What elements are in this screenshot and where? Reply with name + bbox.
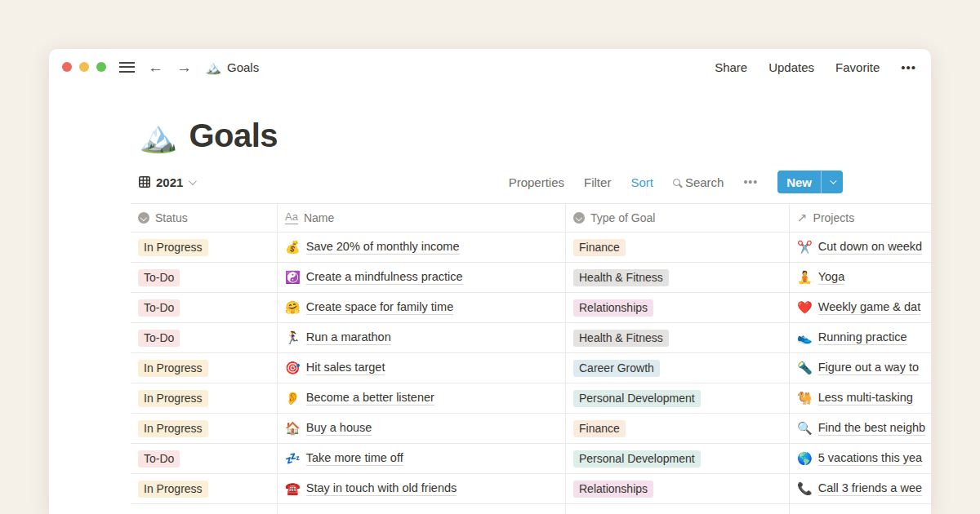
name-cell[interactable]: ☯️Create a mindfulness practice: [278, 263, 566, 292]
goal-name-link[interactable]: Save 20% of monthly income: [306, 240, 460, 255]
empty-cell[interactable]: [278, 504, 566, 514]
projects-cell[interactable]: 🐫Less multi-tasking: [790, 383, 931, 413]
project-link[interactable]: 5 vacations this yea: [818, 451, 922, 466]
status-cell[interactable]: In Progress: [131, 233, 278, 262]
type-of-goal-cell[interactable]: Health & Fitness: [566, 263, 790, 292]
new-dropdown-button[interactable]: [822, 171, 843, 193]
projects-cell[interactable]: 🔦Figure out a way to: [790, 353, 931, 383]
type-of-goal-badge: Personal Development: [573, 450, 701, 467]
status-cell[interactable]: To-Do: [131, 293, 278, 322]
status-cell[interactable]: In Progress: [131, 414, 278, 443]
toolbar-more-icon[interactable]: •••: [743, 175, 758, 188]
minimize-window-button[interactable]: [79, 62, 89, 72]
type-of-goal-badge: Health & Fitness: [573, 330, 669, 347]
projects-cell[interactable]: 🧘Yoga: [790, 263, 931, 292]
toolbar-right-group: Properties Filter Sort Search ••• New: [509, 171, 843, 193]
name-cell[interactable]: 🎯Hit sales target: [278, 353, 566, 383]
goal-name-link[interactable]: Create space for family time: [306, 300, 454, 315]
projects-cell[interactable]: 📞Call 3 friends a wee: [790, 474, 931, 503]
project-link[interactable]: Running practice: [818, 330, 907, 345]
goal-emoji-icon: 💰: [285, 240, 301, 255]
table-row: To-Do💤Take more time offPersonal Develop…: [131, 444, 931, 474]
project-link[interactable]: Call 3 friends a wee: [818, 481, 922, 496]
name-cell[interactable]: 🏠Buy a house: [278, 414, 566, 443]
name-cell[interactable]: ☎️Stay in touch with old friends: [278, 474, 566, 503]
view-switcher[interactable]: 2021: [139, 175, 194, 189]
name-cell[interactable]: 💤Take more time off: [278, 444, 566, 473]
table-row: In Progress🎯Hit sales targetCareer Growt…: [131, 353, 931, 383]
type-of-goal-cell[interactable]: Relationships: [566, 293, 790, 322]
status-badge: In Progress: [138, 420, 208, 437]
search-button[interactable]: Search: [673, 175, 724, 189]
sidebar-menu-icon[interactable]: [119, 62, 135, 73]
goal-name-link[interactable]: Stay in touch with old friends: [306, 481, 457, 496]
project-emoji-icon: 📞: [797, 481, 813, 496]
type-of-goal-cell[interactable]: Personal Development: [566, 444, 790, 473]
page-icon[interactable]: 🏔️: [139, 121, 177, 152]
project-link[interactable]: Cut down on weekd: [818, 240, 922, 255]
type-of-goal-cell[interactable]: Relationships: [566, 474, 790, 503]
goal-name-link[interactable]: Take more time off: [306, 451, 403, 466]
status-cell[interactable]: To-Do: [131, 263, 278, 292]
project-link[interactable]: Find the best neighb: [818, 421, 925, 436]
favorite-button[interactable]: Favorite: [835, 60, 880, 74]
column-header-status[interactable]: Status: [131, 204, 278, 232]
goal-name-link[interactable]: Run a marathon: [306, 330, 391, 345]
goal-name-link[interactable]: Create a mindfulness practice: [306, 270, 463, 285]
project-link[interactable]: Less multi-tasking: [818, 391, 913, 405]
status-cell[interactable]: In Progress: [131, 474, 278, 503]
type-of-goal-cell[interactable]: Career Growth: [566, 353, 790, 383]
select-property-icon: [573, 212, 585, 224]
empty-cell[interactable]: [131, 504, 278, 514]
goal-name-link[interactable]: Become a better listener: [306, 391, 434, 405]
new-button-group: New: [777, 171, 843, 193]
table-row: In Progress💰Save 20% of monthly incomeFi…: [131, 233, 931, 263]
name-cell[interactable]: 👂Become a better listener: [278, 383, 566, 413]
project-link[interactable]: Figure out a way to: [818, 361, 919, 375]
column-header-name[interactable]: AaName: [278, 204, 566, 232]
project-link[interactable]: Weekly game & dat: [818, 300, 920, 315]
project-link[interactable]: Yoga: [818, 270, 845, 285]
goal-name-link[interactable]: Hit sales target: [306, 361, 385, 375]
projects-cell[interactable]: 🌎5 vacations this yea: [790, 444, 931, 473]
projects-cell[interactable]: 👟Running practice: [790, 323, 931, 352]
name-cell[interactable]: 🏃‍♀️Run a marathon: [278, 323, 566, 352]
zoom-window-button[interactable]: [96, 62, 106, 72]
status-cell[interactable]: In Progress: [131, 353, 278, 383]
traffic-lights: [62, 62, 106, 72]
status-cell[interactable]: To-Do: [131, 444, 278, 473]
notion-window: ← → 🏔️ Goals Share Updates Favorite ••• …: [49, 49, 931, 514]
goals-table: StatusAaNameType of Goal↗Projects In Pro…: [131, 203, 931, 514]
column-header-projects[interactable]: ↗Projects: [790, 204, 931, 232]
goal-emoji-icon: 👂: [285, 391, 301, 405]
sort-button[interactable]: Sort: [630, 175, 653, 189]
project-emoji-icon: 🔍: [797, 421, 813, 436]
projects-cell[interactable]: ✂️Cut down on weekd: [790, 233, 931, 262]
type-of-goal-cell[interactable]: Personal Development: [566, 383, 790, 413]
status-cell[interactable]: To-Do: [131, 323, 278, 352]
close-window-button[interactable]: [62, 62, 72, 72]
projects-cell[interactable]: 🔍Find the best neighb: [790, 414, 931, 443]
empty-cell[interactable]: [790, 504, 931, 514]
new-button[interactable]: New: [777, 171, 821, 193]
name-cell[interactable]: 🤗Create space for family time: [278, 293, 566, 322]
breadcrumb[interactable]: 🏔️ Goals: [205, 60, 259, 75]
page-header: 🏔️ Goals: [139, 117, 931, 154]
type-of-goal-cell[interactable]: Finance: [566, 414, 790, 443]
empty-cell[interactable]: [566, 504, 790, 514]
name-cell[interactable]: 💰Save 20% of monthly income: [278, 233, 566, 262]
goal-emoji-icon: ☯️: [285, 270, 301, 285]
share-button[interactable]: Share: [715, 60, 747, 74]
properties-button[interactable]: Properties: [509, 175, 564, 189]
projects-cell[interactable]: ❤️Weekly game & dat: [790, 293, 931, 322]
status-cell[interactable]: In Progress: [131, 383, 278, 413]
updates-button[interactable]: Updates: [768, 60, 814, 74]
back-arrow-icon[interactable]: ←: [148, 60, 163, 75]
topbar-more-icon[interactable]: •••: [901, 60, 916, 74]
type-of-goal-cell[interactable]: Health & Fitness: [566, 323, 790, 352]
forward-arrow-icon[interactable]: →: [176, 60, 192, 75]
column-header-type-of-goal[interactable]: Type of Goal: [566, 204, 790, 232]
type-of-goal-cell[interactable]: Finance: [566, 233, 790, 262]
filter-button[interactable]: Filter: [584, 175, 611, 189]
goal-name-link[interactable]: Buy a house: [306, 421, 372, 436]
